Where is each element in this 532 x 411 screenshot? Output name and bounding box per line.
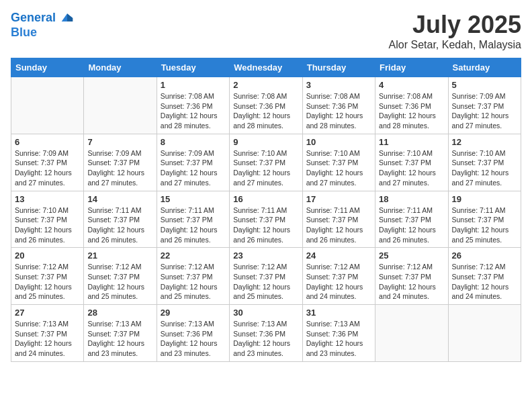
day-number: 6	[15, 137, 80, 147]
day-number: 24	[306, 250, 371, 261]
calendar-cell: 13Sunrise: 7:10 AMSunset: 7:37 PMDayligh…	[11, 191, 84, 248]
day-number: 26	[452, 250, 517, 261]
cell-content: Sunrise: 7:12 AMSunset: 7:37 PMDaylight:…	[15, 262, 80, 302]
calendar-cell: 29Sunrise: 7:13 AMSunset: 7:36 PMDayligh…	[157, 305, 229, 362]
title-area: July 2025 Alor Setar, Kedah, Malaysia	[389, 11, 521, 51]
day-number: 19	[452, 194, 517, 204]
day-number: 17	[306, 194, 371, 204]
cell-content: Sunrise: 7:09 AMSunset: 7:37 PMDaylight:…	[452, 91, 517, 131]
day-number: 16	[233, 194, 298, 204]
calendar-cell: 25Sunrise: 7:12 AMSunset: 7:37 PMDayligh…	[375, 248, 448, 305]
day-number: 27	[15, 308, 80, 318]
day-number: 11	[379, 137, 444, 147]
cell-content: Sunrise: 7:11 AMSunset: 7:37 PMDaylight:…	[452, 205, 517, 245]
cell-content: Sunrise: 7:12 AMSunset: 7:37 PMDaylight:…	[233, 262, 298, 302]
week-row-2: 6Sunrise: 7:09 AMSunset: 7:37 PMDaylight…	[11, 134, 521, 191]
day-number: 23	[233, 250, 298, 261]
cell-content: Sunrise: 7:09 AMSunset: 7:37 PMDaylight:…	[87, 148, 152, 188]
col-header-sunday: Sunday	[11, 58, 84, 77]
logo-icon	[60, 11, 74, 25]
cell-content: Sunrise: 7:13 AMSunset: 7:37 PMDaylight:…	[87, 319, 152, 359]
day-number: 22	[161, 250, 226, 261]
day-number: 3	[306, 80, 371, 90]
day-number: 10	[306, 137, 371, 147]
col-header-wednesday: Wednesday	[230, 58, 302, 77]
cell-content: Sunrise: 7:10 AMSunset: 7:37 PMDaylight:…	[452, 148, 517, 188]
calendar-cell: 8Sunrise: 7:09 AMSunset: 7:37 PMDaylight…	[157, 134, 229, 191]
cell-content: Sunrise: 7:08 AMSunset: 7:36 PMDaylight:…	[161, 91, 226, 131]
location-title: Alor Setar, Kedah, Malaysia	[389, 39, 521, 51]
day-number: 9	[233, 137, 298, 147]
week-row-3: 13Sunrise: 7:10 AMSunset: 7:37 PMDayligh…	[11, 191, 521, 248]
cell-content: Sunrise: 7:11 AMSunset: 7:37 PMDaylight:…	[233, 205, 298, 245]
cell-content: Sunrise: 7:13 AMSunset: 7:36 PMDaylight:…	[161, 319, 226, 359]
calendar-cell: 9Sunrise: 7:10 AMSunset: 7:37 PMDaylight…	[230, 134, 302, 191]
day-number: 30	[233, 308, 298, 318]
day-number: 20	[15, 250, 80, 261]
cell-content: Sunrise: 7:10 AMSunset: 7:37 PMDaylight:…	[306, 148, 371, 188]
calendar-cell: 7Sunrise: 7:09 AMSunset: 7:37 PMDaylight…	[84, 134, 157, 191]
week-row-5: 27Sunrise: 7:13 AMSunset: 7:37 PMDayligh…	[11, 305, 521, 362]
cell-content: Sunrise: 7:10 AMSunset: 7:37 PMDaylight:…	[15, 205, 80, 245]
calendar-cell: 3Sunrise: 7:08 AMSunset: 7:36 PMDaylight…	[302, 77, 375, 134]
calendar-cell: 12Sunrise: 7:10 AMSunset: 7:37 PMDayligh…	[448, 134, 521, 191]
calendar-cell: 4Sunrise: 7:08 AMSunset: 7:36 PMDaylight…	[375, 77, 448, 134]
cell-content: Sunrise: 7:11 AMSunset: 7:37 PMDaylight:…	[306, 205, 371, 245]
calendar-cell: 27Sunrise: 7:13 AMSunset: 7:37 PMDayligh…	[11, 305, 84, 362]
calendar-cell: 30Sunrise: 7:13 AMSunset: 7:36 PMDayligh…	[230, 305, 302, 362]
cell-content: Sunrise: 7:11 AMSunset: 7:37 PMDaylight:…	[379, 205, 444, 245]
logo-blue-text: Blue	[11, 26, 74, 40]
cell-content: Sunrise: 7:11 AMSunset: 7:37 PMDaylight:…	[161, 205, 226, 245]
day-number: 25	[379, 250, 444, 261]
calendar-cell	[375, 305, 448, 362]
cell-content: Sunrise: 7:12 AMSunset: 7:37 PMDaylight:…	[379, 262, 444, 302]
cell-content: Sunrise: 7:10 AMSunset: 7:37 PMDaylight:…	[233, 148, 298, 188]
calendar-cell: 14Sunrise: 7:11 AMSunset: 7:37 PMDayligh…	[84, 191, 157, 248]
cell-content: Sunrise: 7:08 AMSunset: 7:36 PMDaylight:…	[233, 91, 298, 131]
svg-marker-1	[67, 14, 73, 22]
calendar-table: SundayMondayTuesdayWednesdayThursdayFrid…	[11, 58, 521, 362]
day-number: 8	[161, 137, 226, 147]
calendar-cell: 1Sunrise: 7:08 AMSunset: 7:36 PMDaylight…	[157, 77, 229, 134]
calendar-cell: 28Sunrise: 7:13 AMSunset: 7:37 PMDayligh…	[84, 305, 157, 362]
day-number: 4	[379, 80, 444, 90]
calendar-cell: 16Sunrise: 7:11 AMSunset: 7:37 PMDayligh…	[230, 191, 302, 248]
day-number: 21	[87, 250, 152, 261]
cell-content: Sunrise: 7:10 AMSunset: 7:37 PMDaylight:…	[379, 148, 444, 188]
col-header-tuesday: Tuesday	[157, 58, 229, 77]
calendar-cell: 22Sunrise: 7:12 AMSunset: 7:37 PMDayligh…	[157, 248, 229, 305]
day-number: 31	[306, 308, 371, 318]
cell-content: Sunrise: 7:12 AMSunset: 7:37 PMDaylight:…	[87, 262, 152, 302]
calendar-cell: 24Sunrise: 7:12 AMSunset: 7:37 PMDayligh…	[302, 248, 375, 305]
cell-content: Sunrise: 7:08 AMSunset: 7:36 PMDaylight:…	[306, 91, 371, 131]
logo: General Blue	[11, 11, 74, 40]
calendar-cell: 10Sunrise: 7:10 AMSunset: 7:37 PMDayligh…	[302, 134, 375, 191]
header-row: SundayMondayTuesdayWednesdayThursdayFrid…	[11, 58, 521, 77]
calendar-cell: 23Sunrise: 7:12 AMSunset: 7:37 PMDayligh…	[230, 248, 302, 305]
day-number: 13	[15, 194, 80, 204]
week-row-1: 1Sunrise: 7:08 AMSunset: 7:36 PMDaylight…	[11, 77, 521, 134]
cell-content: Sunrise: 7:09 AMSunset: 7:37 PMDaylight:…	[15, 148, 80, 188]
day-number: 18	[379, 194, 444, 204]
cell-content: Sunrise: 7:12 AMSunset: 7:37 PMDaylight:…	[161, 262, 226, 302]
cell-content: Sunrise: 7:12 AMSunset: 7:37 PMDaylight:…	[306, 262, 371, 302]
day-number: 28	[87, 308, 152, 318]
month-title: July 2025	[389, 11, 521, 39]
cell-content: Sunrise: 7:09 AMSunset: 7:37 PMDaylight:…	[161, 148, 226, 188]
col-header-monday: Monday	[84, 58, 157, 77]
calendar-cell	[448, 305, 521, 362]
col-header-thursday: Thursday	[302, 58, 375, 77]
cell-content: Sunrise: 7:13 AMSunset: 7:36 PMDaylight:…	[306, 319, 371, 359]
calendar-cell: 2Sunrise: 7:08 AMSunset: 7:36 PMDaylight…	[230, 77, 302, 134]
calendar-cell: 19Sunrise: 7:11 AMSunset: 7:37 PMDayligh…	[448, 191, 521, 248]
calendar-cell: 5Sunrise: 7:09 AMSunset: 7:37 PMDaylight…	[448, 77, 521, 134]
calendar-cell: 21Sunrise: 7:12 AMSunset: 7:37 PMDayligh…	[84, 248, 157, 305]
cell-content: Sunrise: 7:13 AMSunset: 7:36 PMDaylight:…	[233, 319, 298, 359]
cell-content: Sunrise: 7:12 AMSunset: 7:37 PMDaylight:…	[452, 262, 517, 302]
calendar-cell	[11, 77, 84, 134]
calendar-cell: 11Sunrise: 7:10 AMSunset: 7:37 PMDayligh…	[375, 134, 448, 191]
day-number: 14	[87, 194, 152, 204]
logo-text: General	[11, 11, 74, 26]
calendar-cell: 15Sunrise: 7:11 AMSunset: 7:37 PMDayligh…	[157, 191, 229, 248]
calendar-cell: 31Sunrise: 7:13 AMSunset: 7:36 PMDayligh…	[302, 305, 375, 362]
